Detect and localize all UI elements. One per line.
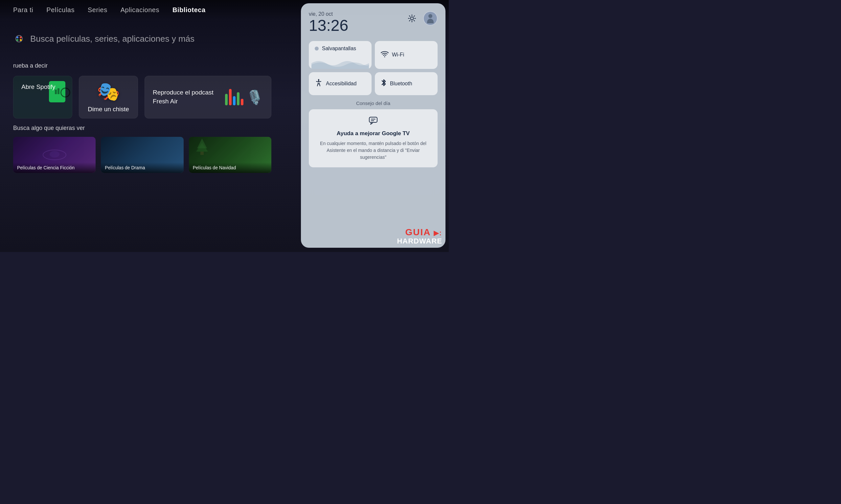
microphone-icon: 🎙️: [246, 89, 263, 105]
time-text: 13:26: [309, 17, 348, 34]
svg-rect-6: [57, 88, 59, 94]
avatar-figure: [426, 14, 435, 23]
sci-fi-label: Películas de Ciencia Ficción: [13, 162, 96, 173]
bluetooth-text: Bluetooth: [390, 81, 412, 87]
wifi-icon: [381, 51, 389, 59]
consejo-icon: [368, 116, 378, 127]
spotify-label: Abre Spotify: [21, 83, 55, 92]
svg-point-2: [20, 36, 22, 38]
settings-button[interactable]: [405, 11, 419, 25]
tile-bluetooth[interactable]: Bluetooth: [375, 72, 437, 95]
bluetooth-icon: [381, 79, 387, 88]
bar-5: [241, 99, 243, 105]
suggestion-card-spotify[interactable]: Abre Spotify: [13, 76, 72, 119]
movie-cards: Películas de Ciencia Ficción Películas d…: [13, 137, 271, 173]
search-placeholder: Busca películas, series, aplicaciones y …: [30, 34, 194, 44]
suggestion-card-podcast[interactable]: Reproduce el podcast Fresh Air 🎙️: [144, 76, 271, 119]
suggestion-cards: Abre Spotify 🎭 Dime un chiste Reproduce …: [13, 76, 271, 119]
nav-item-peliculas[interactable]: Películas: [46, 6, 74, 14]
movie-card-sci-fi[interactable]: Películas de Ciencia Ficción: [13, 137, 96, 173]
consejo-section-title: Consejo del día: [309, 101, 437, 106]
bar-4: [237, 92, 240, 105]
consejo-body: En cualquier momento, mantén pulsado el …: [315, 140, 431, 161]
svg-point-1: [16, 36, 18, 38]
consejo-section: Consejo del día Ayuda a mejorar Google T…: [309, 101, 437, 240]
svg-point-3: [20, 39, 22, 41]
podcast-label: Reproduce el podcast Fresh Air: [153, 88, 220, 106]
svg-point-8: [50, 151, 59, 158]
movie-card-christmas[interactable]: Películas de Navidad: [189, 137, 271, 173]
date-time: vie, 20 oct 13:26: [309, 11, 348, 34]
panel-header: vie, 20 oct 13:26: [309, 11, 437, 34]
watermark-hardware: HARDWARE: [397, 237, 442, 246]
xmas-label: Películas de Navidad: [189, 162, 271, 173]
salvapantallas-dot: [315, 47, 319, 51]
suggestion-card-joke[interactable]: 🎭 Dime un chiste: [79, 76, 138, 119]
tile-salvapantallas[interactable]: Salvapantallas: [309, 41, 372, 69]
nav-item-para-ti[interactable]: Para ti: [13, 6, 33, 14]
nav-item-biblioteca[interactable]: Biblioteca: [172, 6, 206, 14]
header-icons: [405, 11, 437, 25]
quick-tiles: Salvapantallas Wi-Fi: [309, 41, 437, 95]
try-saying-section: rueba a decir Abre Spotify 🎭 Dime un chi…: [0, 62, 285, 119]
svg-rect-16: [369, 117, 377, 122]
watermark-logo-decoration: ▶:: [434, 229, 442, 237]
svg-point-15: [318, 79, 319, 81]
consejo-heading: Ayuda a mejorar Google TV: [337, 130, 410, 137]
accessibility-symbol: [315, 79, 323, 87]
wifi-symbol: [381, 51, 389, 57]
nav-item-aplicaciones[interactable]: Aplicaciones: [121, 6, 159, 14]
date-text: vie, 20 oct: [309, 11, 348, 17]
watermark-guia-text: GUIA: [406, 227, 431, 237]
chat-icon: [368, 116, 378, 125]
bar-2: [229, 89, 231, 105]
accessibility-text: Accesibilidad: [326, 81, 357, 87]
browse-section: Busca algo que quieras ver Películas de …: [0, 125, 285, 173]
svg-point-4: [16, 39, 18, 41]
consejo-card: Ayuda a mejorar Google TV En cualquier m…: [309, 109, 437, 167]
bar-3: [233, 96, 236, 105]
svg-point-13: [384, 56, 385, 57]
joke-label: Dime un chiste: [88, 105, 129, 114]
user-avatar-button[interactable]: [423, 11, 437, 25]
gear-icon: [408, 14, 416, 23]
watermark: GUIA ▶: HARDWARE: [397, 228, 442, 246]
quick-settings-panel: vie, 20 oct 13:26 Salvapan: [301, 3, 445, 248]
wave-decoration: [309, 57, 372, 69]
salvapantallas-text: Salvapantallas: [322, 46, 356, 52]
drama-label: Películas de Drama: [101, 162, 183, 173]
bar-1: [225, 94, 228, 105]
bluetooth-symbol: [381, 79, 387, 87]
joke-emoji: 🎭: [97, 81, 120, 102]
nav-item-series[interactable]: Series: [88, 6, 107, 14]
svg-point-12: [411, 17, 414, 20]
search-bar[interactable]: Busca películas, series, aplicaciones y …: [13, 33, 285, 44]
avatar-head: [428, 14, 432, 18]
wifi-text: Wi-Fi: [392, 52, 404, 58]
tile-wifi[interactable]: Wi-Fi: [375, 41, 437, 69]
tile-accesibilidad[interactable]: Accesibilidad: [309, 72, 372, 95]
podcast-bars: [225, 89, 243, 105]
svg-point-0: [16, 35, 22, 42]
browse-title: Busca algo que quieras ver: [13, 125, 271, 131]
svg-rect-11: [201, 151, 204, 155]
spotify-circle-decoration: [61, 88, 70, 97]
movie-card-drama[interactable]: Películas de Drama: [101, 137, 183, 173]
avatar-body: [427, 19, 434, 23]
google-assistant-icon: [13, 33, 25, 44]
accessibility-icon: [315, 79, 323, 88]
watermark-guia: GUIA ▶:: [406, 228, 442, 237]
salvapantallas-label-row: Salvapantallas: [309, 41, 372, 54]
try-saying-title: rueba a decir: [13, 62, 271, 69]
